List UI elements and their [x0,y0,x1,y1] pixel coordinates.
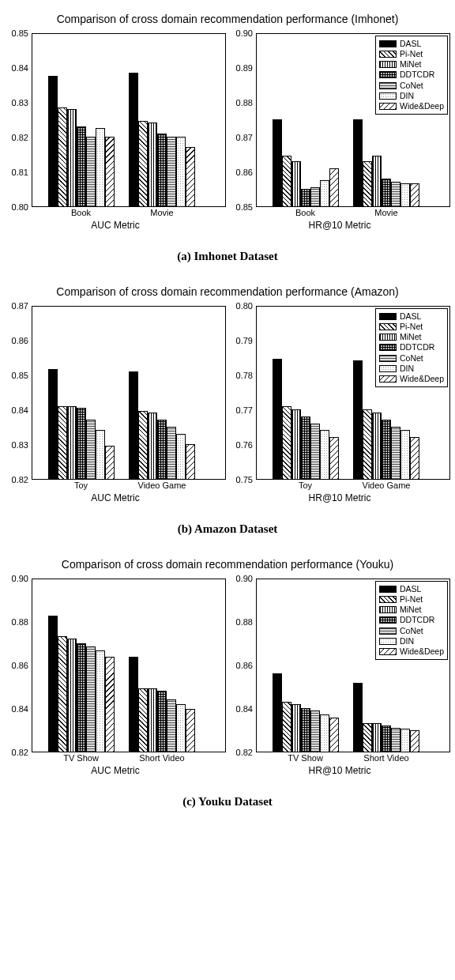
legend-label: CoNet [400,81,423,91]
legend-item: CoNet [379,81,444,91]
y-tick: 0.76 [236,440,253,450]
bar [48,616,58,752]
bar [96,650,105,752]
bar [363,409,372,479]
bar-group [273,673,339,752]
legend-swatch [379,355,397,362]
y-tick: 0.89 [236,63,253,73]
bar [58,636,67,752]
legend-label: DDTCDR [400,342,434,352]
bar-group [353,683,419,752]
bar [291,409,301,479]
bar [96,430,105,479]
x-tick: Video Game [138,481,186,490]
panel: 0.800.810.820.830.840.85BookMovieAUC Met… [5,33,226,231]
bar [148,688,157,752]
bar [282,406,291,479]
x-tick: Movie [374,208,397,217]
bar [310,187,320,206]
y-tick: 0.88 [236,617,253,627]
y-tick: 0.87 [236,133,253,142]
y-tick: 0.90 [12,574,28,583]
bar [301,189,310,206]
legend-label: DIN [400,91,414,101]
y-axis: 0.820.830.840.850.860.87 [5,306,32,480]
legend-label: Pi-Net [400,594,423,605]
legend-swatch [379,71,397,78]
bar [382,179,391,206]
legend-label: DIN [400,636,414,646]
legend-label: DASL [400,39,421,49]
legend-label: MiNet [400,332,421,342]
panel: 0.820.840.860.880.90TV ShowShort VideoDA… [229,579,450,776]
bar [77,643,86,752]
x-tick: Book [71,208,91,217]
y-tick: 0.84 [12,704,28,714]
legend-item: DIN [379,364,444,374]
y-tick: 0.84 [236,704,253,714]
plot-area: ToyVideo GameDASLPi-NetMiNetDDTCDRCoNetD… [256,306,450,480]
legend-label: Pi-Net [400,49,423,59]
y-tick: 0.80 [12,202,28,212]
figure-title: Comparison of cross domain recommendatio… [5,558,450,571]
y-axis: 0.750.760.770.780.790.80 [229,306,256,480]
legend-label: DASL [400,311,421,322]
bar-group [273,119,339,206]
bar [310,424,320,479]
legend-label: CoNet [400,353,423,364]
legend-label: Wide&Deep [400,101,444,111]
x-tick: Movie [150,208,173,217]
x-tick: TV Show [63,753,99,763]
legend-label: DDTCDR [400,70,434,80]
legend: DASLPi-NetMiNetDDTCDRCoNetDINWide&Deep [375,581,448,660]
y-axis: 0.850.860.870.880.890.90 [229,33,256,207]
bar [77,126,86,206]
x-tick: Video Game [363,481,411,490]
x-axis-label: HR@10 Metric [229,765,450,776]
bar [129,371,138,479]
figure-caption: (c) Youku Dataset [5,795,450,808]
y-axis: 0.820.840.860.880.90 [5,579,32,752]
bar [58,107,67,206]
legend-swatch [379,103,397,110]
bar [410,183,419,206]
y-tick: 0.84 [12,63,28,73]
y-tick: 0.88 [236,98,253,107]
bar [67,639,77,752]
y-tick: 0.84 [12,405,28,415]
plot-area: ToyVideo Game [32,306,226,480]
bar [320,430,329,479]
legend-swatch [379,344,397,351]
bar [186,444,195,479]
bar [301,708,310,752]
bar [301,416,310,479]
bar [167,699,176,752]
bar-group [48,76,115,206]
y-tick: 0.79 [236,336,253,345]
bar [67,109,77,206]
legend-label: MiNet [400,59,421,70]
bar [167,137,176,206]
panel: 0.750.760.770.780.790.80ToyVideo GameDAS… [229,306,450,503]
panel: 0.850.860.870.880.890.90BookMovieDASLPi-… [229,33,450,231]
legend-label: CoNet [400,626,423,636]
bar [363,161,372,206]
bar [329,718,339,752]
y-tick: 0.87 [12,301,28,311]
bar [86,137,96,206]
legend-swatch [379,596,397,603]
legend-swatch [379,334,397,341]
legend-item: Wide&Deep [379,374,444,384]
bar-group [273,359,339,479]
y-tick: 0.82 [12,748,28,757]
figure-block: Comparison of cross domain recommendatio… [5,558,450,808]
legend-swatch [379,648,397,655]
y-tick: 0.82 [12,133,28,142]
x-axis-label: AUC Metric [5,765,226,776]
y-tick: 0.86 [236,168,253,177]
bar [329,437,339,479]
x-axis-label: HR@10 Metric [229,492,450,503]
bar [291,704,301,752]
bar [157,134,167,206]
legend-swatch [379,51,397,58]
